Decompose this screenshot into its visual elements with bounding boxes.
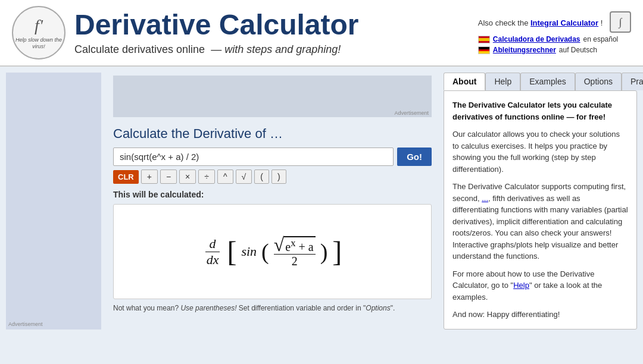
about-headline: The Derivative Calculator lets you calcu… bbox=[452, 99, 628, 123]
calculator-section: Advertisement Calculate the Derivative o… bbox=[107, 67, 438, 335]
frac-numerator: d bbox=[208, 236, 217, 252]
sin-text: sin bbox=[241, 244, 257, 259]
top-ad-banner: Advertisement bbox=[113, 76, 432, 117]
divide-button[interactable]: ÷ bbox=[198, 170, 215, 184]
formula-input[interactable] bbox=[113, 148, 394, 166]
tab-practice[interactable]: Practice bbox=[622, 73, 643, 90]
header-left: f' Help slow down the virus! Derivative … bbox=[12, 6, 359, 59]
tab-examples[interactable]: Examples bbox=[520, 73, 575, 90]
integral-link-line: Also check the Integral Calculator ! ∫ bbox=[478, 11, 631, 33]
symbol-bar: CLR + − × ÷ ^ √ ( ) bbox=[113, 170, 432, 184]
go-button[interactable]: Go! bbox=[397, 148, 432, 166]
result-box: d dx [ sin ( √ ex + a 2 bbox=[113, 204, 432, 299]
sqrt-over-2: √ ex + a 2 bbox=[274, 235, 316, 268]
tab-help[interactable]: Help bbox=[485, 73, 520, 90]
about-tab-content: The Derivative Calculator lets you calcu… bbox=[444, 90, 637, 330]
about-p1: Our calculator allows you to check your … bbox=[452, 128, 628, 175]
german-suffix: auf Deutsch bbox=[559, 46, 597, 54]
site-logo: f' Help slow down the virus! bbox=[12, 6, 65, 59]
about-headline-strong: The Derivative Calculator lets you calcu… bbox=[452, 101, 612, 121]
math-expression: d dx [ sin ( √ ex + a 2 bbox=[203, 235, 342, 268]
about-p2-end: , fifth derivatives as well as different… bbox=[452, 194, 628, 261]
spanish-link-line: Calculadora de Derivadas en español bbox=[478, 35, 631, 43]
spanish-flag-icon bbox=[478, 36, 490, 43]
about-ellipsis-link[interactable]: ... bbox=[482, 194, 488, 203]
tab-options[interactable]: Options bbox=[575, 73, 622, 90]
page-title: Derivative Calculator bbox=[74, 10, 359, 41]
left-bracket: [ bbox=[227, 237, 236, 266]
will-be-calculated-label: This will be calculated: bbox=[113, 190, 432, 199]
left-ad-label: Advertisement bbox=[8, 321, 43, 327]
left-paren-outer: ( bbox=[261, 240, 269, 263]
sqrt-radicand: ex + a bbox=[284, 236, 315, 254]
header-right: Also check the Integral Calculator ! ∫ C… bbox=[478, 11, 631, 54]
input-row: Go! bbox=[113, 148, 432, 166]
subtitle-em: with steps and graphing! bbox=[224, 43, 341, 55]
integral-logo-icon: ∫ bbox=[610, 11, 631, 33]
hint-text: Not what you mean? Use parentheses! Set … bbox=[113, 304, 432, 312]
right-panel: About Help Examples Options Practice The… bbox=[438, 67, 643, 335]
german-link-line: Ableitungsrechner auf Deutsch bbox=[478, 46, 631, 54]
about-p2: The Derivative Calculator supports compu… bbox=[452, 181, 628, 262]
hint-em: Use parentheses! bbox=[180, 304, 236, 312]
minus-button[interactable]: − bbox=[160, 170, 177, 184]
derivative-fraction: d dx bbox=[205, 236, 220, 268]
denominator-2: 2 bbox=[292, 255, 298, 268]
sqrt-symbol-icon: √ bbox=[274, 235, 285, 254]
also-check-text: Also check the bbox=[478, 18, 529, 27]
help-link[interactable]: Help bbox=[513, 281, 529, 290]
header-title-block: Derivative Calculator Calculate derivati… bbox=[74, 10, 359, 56]
calculator-title: Calculate the Derivative of … bbox=[113, 126, 432, 142]
options-hint: Options bbox=[366, 304, 390, 312]
sqrt-expr: √ ex + a bbox=[274, 235, 316, 254]
rparen-button[interactable]: ) bbox=[271, 170, 286, 184]
times-button[interactable]: × bbox=[179, 170, 196, 184]
left-ad-block: Advertisement bbox=[6, 73, 101, 330]
spanish-link[interactable]: Calculadora de Derivadas bbox=[493, 35, 580, 43]
right-paren-outer: ) bbox=[320, 240, 328, 263]
integral-suffix: ! bbox=[601, 18, 603, 27]
logo-f-symbol: f' bbox=[35, 15, 43, 36]
site-header: f' Help slow down the virus! Derivative … bbox=[0, 0, 643, 66]
plus-button[interactable]: + bbox=[141, 170, 158, 184]
main-content: Advertisement Advertisement Calculate th… bbox=[0, 67, 643, 335]
frac-denominator: dx bbox=[205, 252, 220, 268]
top-ad-label: Advertisement bbox=[394, 110, 429, 116]
german-flag-icon bbox=[478, 46, 490, 54]
subtitle-plain: Calculate derivatives online bbox=[74, 43, 205, 55]
sqrt-button[interactable]: √ bbox=[236, 170, 252, 184]
clr-button[interactable]: CLR bbox=[113, 170, 139, 184]
page-subtitle: Calculate derivatives online — with step… bbox=[74, 43, 359, 56]
integral-calculator-link[interactable]: Integral Calculator bbox=[530, 18, 598, 27]
tab-bar: About Help Examples Options Practice bbox=[444, 73, 637, 90]
logo-tagline: Help slow down the virus! bbox=[13, 37, 64, 51]
spanish-suffix: en español bbox=[583, 35, 619, 43]
power-button[interactable]: ^ bbox=[217, 170, 233, 184]
exp-x: x bbox=[291, 237, 295, 249]
tab-about[interactable]: About bbox=[444, 73, 485, 90]
lparen-button[interactable]: ( bbox=[254, 170, 269, 184]
about-p3: For more about how to use the Derivative… bbox=[452, 268, 628, 303]
right-bracket: ] bbox=[332, 237, 342, 266]
about-p4: And now: Happy differentiating! bbox=[452, 309, 628, 321]
german-link[interactable]: Ableitungsrechner bbox=[493, 46, 556, 54]
